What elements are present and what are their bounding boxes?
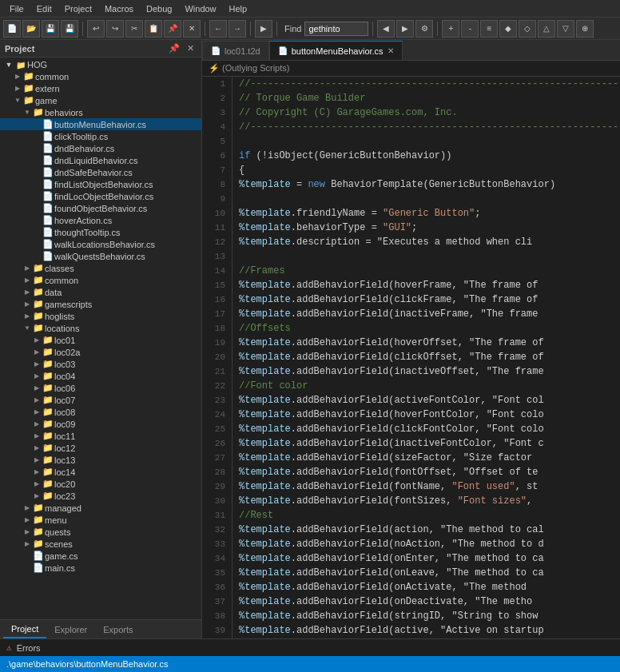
tree-item-game[interactable]: ▼ 📁 game: [0, 94, 201, 106]
zoom-out-button[interactable]: -: [461, 20, 479, 38]
code-lines[interactable]: //--------------------------------------…: [232, 77, 620, 638]
tree-item-hoverAction[interactable]: 📄 hoverAction.cs: [0, 214, 201, 226]
tree-item-common1[interactable]: ▶ 📁 common: [0, 70, 201, 82]
tree-item-loc23[interactable]: ▶ 📁 loc23: [0, 490, 201, 502]
tree-label-buttonMenuBehavior: buttonMenuBehavior.cs: [54, 120, 201, 129]
tree-item-quests[interactable]: ▶ 📁 quests: [0, 526, 201, 538]
tree-item-scenes[interactable]: ▶ 📁 scenes: [0, 538, 201, 550]
bottom-tab-project[interactable]: Project: [3, 621, 46, 638]
redo-button[interactable]: ↪: [106, 20, 124, 38]
tree-item-loc01[interactable]: ▶ 📁 loc01: [0, 334, 201, 346]
status-path: .\game\behaviors\buttonMenuBehavior.cs: [6, 659, 168, 669]
tree-item-dndBehavior[interactable]: 📄 dndBehavior.cs: [0, 142, 201, 154]
undo-button[interactable]: ↩: [87, 20, 105, 38]
new-button[interactable]: 📄: [3, 20, 21, 38]
line-number: 33: [205, 537, 225, 551]
search-input[interactable]: [304, 22, 368, 36]
menu-project[interactable]: Project: [58, 2, 98, 15]
tab-loc01t2d[interactable]: 📄 loc01.t2d: [202, 41, 269, 60]
tree-item-loc04[interactable]: ▶ 📁 loc04: [0, 370, 201, 382]
tree-item-foundObjectBehavior[interactable]: 📄 foundObjectBehavior.cs: [0, 202, 201, 214]
tree-item-locations[interactable]: ▼ 📁 locations: [0, 322, 201, 334]
tree-item-loc12[interactable]: ▶ 📁 loc12: [0, 442, 201, 454]
tree-item-gamescripts[interactable]: ▶ 📁 gamescripts: [0, 298, 201, 310]
tree-item-thoughtTooltip[interactable]: 📄 thoughtTooltip.cs: [0, 226, 201, 238]
open-button[interactable]: 📂: [22, 20, 40, 38]
menu-macros[interactable]: Macros: [98, 2, 140, 15]
tree-item-loc02a[interactable]: ▶ 📁 loc02a: [0, 346, 201, 358]
tree-item-loc11[interactable]: ▶ 📁 loc11: [0, 430, 201, 442]
paste-button[interactable]: 📌: [164, 20, 181, 38]
tree-item-dndLiquidBehavior[interactable]: 📄 dndLiquidBehavior.cs: [0, 154, 201, 166]
menu-edit[interactable]: Edit: [30, 2, 58, 15]
extra2-button[interactable]: ◇: [519, 20, 536, 38]
tab-buttonMenuBehavior[interactable]: 📄 buttonMenuBehavior.cs ✕: [269, 41, 403, 60]
tree-item-managed[interactable]: ▶ 📁 managed: [0, 502, 201, 514]
menu-debug[interactable]: Debug: [140, 2, 178, 15]
tree-item-findLocObjectBehavior[interactable]: 📄 findLocObjectBehavior.cs: [0, 190, 201, 202]
tree-item-main_cs[interactable]: 📄 main.cs: [0, 562, 201, 574]
tree-item-behaviors[interactable]: ▼ 📁 behaviors: [0, 106, 201, 118]
tree-item-findListObjectBehavior[interactable]: 📄 findListObjectBehavior.cs: [0, 178, 201, 190]
tree-item-walkLocationsBehavior[interactable]: 📄 walkLocationsBehavior.cs: [0, 238, 201, 250]
file-icon: 📄: [42, 119, 54, 129]
tab-close-button[interactable]: ✕: [388, 46, 394, 55]
cut-button[interactable]: ✂: [125, 20, 143, 38]
tree-item-root[interactable]: ▼ 📁 HOG: [0, 59, 201, 70]
tree-item-extern[interactable]: ▶ 📁 extern: [0, 82, 201, 94]
tree-item-clickTooltip[interactable]: 📄 clickTooltip.cs: [0, 130, 201, 142]
folder-icon: 📁: [42, 455, 54, 465]
chevron-icon: ▶: [32, 480, 42, 487]
extra5-button[interactable]: ⊕: [576, 20, 594, 38]
delete-button[interactable]: ✕: [183, 20, 201, 38]
tree-item-loc20[interactable]: ▶ 📁 loc20: [0, 478, 201, 490]
menu-window[interactable]: Window: [178, 2, 222, 15]
tree-item-loc08[interactable]: ▶ 📁 loc08: [0, 406, 201, 418]
tree-label-managed: managed: [45, 503, 201, 513]
back-button[interactable]: ←: [209, 20, 227, 38]
tree-label-common2: common: [45, 276, 201, 285]
sidebar-pin-button[interactable]: 📌: [168, 42, 181, 55]
options-button[interactable]: ⚙: [415, 20, 433, 38]
chevron-icon: ▶: [32, 396, 42, 404]
menu-help[interactable]: Help: [223, 2, 254, 15]
tree-item-loc07[interactable]: ▶ 📁 loc07: [0, 394, 201, 406]
chevron-icon: ▼: [22, 324, 32, 332]
bottom-tab-explorer[interactable]: Explorer: [46, 621, 95, 638]
tree-item-loc09[interactable]: ▶ 📁 loc09: [0, 418, 201, 430]
tree-item-common2[interactable]: ▶ 📁 common: [0, 274, 201, 286]
menu-file[interactable]: File: [3, 2, 30, 15]
tree-item-buttonMenuBehavior[interactable]: 📄 buttonMenuBehavior.cs: [0, 118, 201, 130]
tree-item-menu[interactable]: ▶ 📁 menu: [0, 514, 201, 526]
zoom-in-button[interactable]: +: [442, 20, 459, 38]
tree-item-hoglists[interactable]: ▶ 📁 hoglists: [0, 310, 201, 322]
tree-item-game_cs[interactable]: 📄 game.cs: [0, 550, 201, 562]
editor-content[interactable]: 1234567891011121314151617181920212223242…: [202, 77, 620, 638]
build-button[interactable]: ▶: [255, 20, 272, 38]
search-next-button[interactable]: ▶: [396, 20, 414, 38]
tree-item-classes[interactable]: ▶ 📁 classes: [0, 262, 201, 274]
tree-item-dndSafeBehavior[interactable]: 📄 dndSafeBehavior.cs: [0, 166, 201, 178]
extra4-button[interactable]: ▽: [557, 20, 574, 38]
copy-button[interactable]: 📋: [145, 20, 162, 38]
save-button[interactable]: 💾: [42, 20, 59, 38]
tree-item-walkQuestsBehavior[interactable]: 📄 walkQuestsBehavior.cs: [0, 250, 201, 262]
search-prev-button[interactable]: ◀: [377, 20, 395, 38]
line-number: 34: [205, 551, 225, 566]
tree-label-locations: locations: [45, 324, 201, 333]
folder-icon: 📁: [42, 443, 54, 453]
sidebar-close-button[interactable]: ✕: [184, 42, 197, 55]
tree-item-loc06[interactable]: ▶ 📁 loc06: [0, 382, 201, 394]
extra3-button[interactable]: △: [538, 20, 555, 38]
forward-button[interactable]: →: [229, 20, 246, 38]
line-number: 23: [205, 393, 225, 408]
bottom-tab-exports[interactable]: Exports: [95, 621, 141, 638]
more-button[interactable]: ≡: [480, 20, 498, 38]
extra1-button[interactable]: ◆: [499, 20, 517, 38]
tree-item-loc03[interactable]: ▶ 📁 loc03: [0, 358, 201, 370]
tree-item-data[interactable]: ▶ 📁 data: [0, 286, 201, 298]
save-all-button[interactable]: 💾: [61, 20, 78, 38]
tree-item-loc13[interactable]: ▶ 📁 loc13: [0, 454, 201, 466]
folder-icon: 📁: [42, 407, 54, 417]
tree-item-loc14[interactable]: ▶ 📁 loc14: [0, 466, 201, 478]
